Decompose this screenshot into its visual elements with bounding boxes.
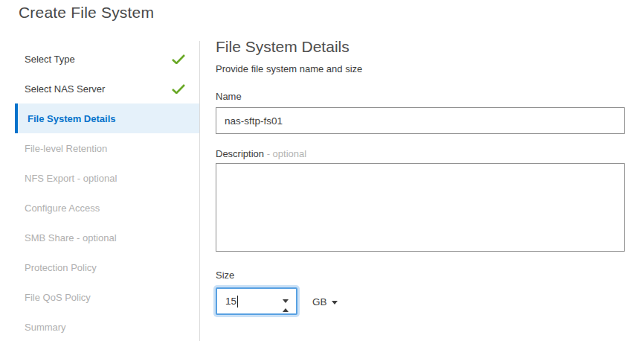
step-label: Select NAS Server	[25, 83, 172, 95]
step-label: Protection Policy	[25, 262, 185, 273]
sidebar-step-select-type[interactable]: Select Type	[15, 44, 199, 74]
wizard-steps-sidebar: Select Type Select NAS Server File Syste…	[15, 44, 199, 341]
name-field-label: Name	[216, 91, 242, 102]
step-label: Summary	[25, 322, 185, 333]
step-heading: File System Details	[216, 38, 350, 56]
size-value: 15	[225, 296, 236, 307]
sidebar-step-file-system-details[interactable]: File System Details	[15, 103, 199, 133]
step-subtitle: Provide file system name and size	[216, 63, 362, 74]
stepper-down-icon[interactable]	[283, 303, 290, 307]
step-label: Configure Access	[25, 203, 185, 214]
size-unit-dropdown[interactable]: GB	[312, 294, 338, 309]
sidebar-step-nfs-export: NFS Export - optional	[15, 163, 199, 193]
size-input[interactable]: 15	[216, 287, 297, 315]
sidebar-step-protection-policy: Protection Policy	[15, 252, 199, 282]
step-label: File QoS Policy	[25, 292, 185, 303]
size-unit-label: GB	[312, 296, 327, 307]
sidebar-step-file-level-retention: File-level Retention	[15, 133, 199, 163]
step-content-panel: File System Details Provide file system …	[216, 0, 625, 341]
caret-down-icon	[332, 301, 338, 305]
page-title: Create File System	[19, 4, 154, 22]
step-label: SMB Share - optional	[25, 232, 185, 243]
description-label-text: Description	[216, 148, 264, 159]
description-textarea[interactable]	[216, 163, 625, 252]
size-stepper	[283, 296, 290, 307]
step-label: Select Type	[25, 54, 172, 65]
optional-suffix: - optional	[267, 148, 306, 159]
name-input[interactable]	[216, 107, 625, 134]
step-label: File-level Retention	[25, 143, 185, 154]
sidebar-step-smb-share: SMB Share - optional	[15, 223, 199, 252]
description-field-label: Description - optional	[216, 148, 306, 159]
text-cursor	[237, 296, 238, 307]
step-label: File System Details	[28, 113, 185, 124]
sidebar-step-file-qos-policy: File QoS Policy	[15, 282, 199, 312]
size-field-label: Size	[216, 270, 234, 281]
sidebar-content-divider	[199, 41, 200, 341]
check-icon	[172, 54, 185, 64]
check-icon	[172, 84, 185, 94]
step-label: NFS Export - optional	[25, 173, 185, 184]
sidebar-step-configure-access: Configure Access	[15, 193, 199, 223]
sidebar-step-summary: Summary	[15, 312, 199, 341]
create-file-system-wizard: Create File System Select Type Select NA…	[0, 0, 644, 341]
sidebar-step-select-nas-server[interactable]: Select NAS Server	[15, 74, 199, 103]
